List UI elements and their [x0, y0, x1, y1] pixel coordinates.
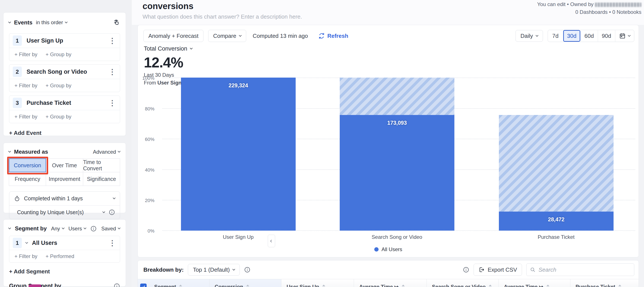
funnel-bar-user-sign-up[interactable]: 229,324 — [181, 78, 296, 231]
events-collapse-chevron-icon[interactable] — [8, 21, 11, 23]
range-30d[interactable]: 30d — [563, 30, 580, 42]
sort-icon[interactable] — [618, 284, 621, 287]
event-menu-kebab-icon[interactable]: ⋮ — [109, 99, 116, 107]
table-search-box[interactable] — [526, 263, 634, 276]
group-by-link[interactable]: + Group by — [46, 52, 71, 58]
info-icon[interactable] — [90, 225, 97, 232]
info-icon[interactable] — [114, 283, 120, 287]
interval-dropdown[interactable]: Daily — [516, 30, 543, 42]
counting-by-dropdown[interactable]: Counting by Unique User(s) — [9, 205, 120, 219]
date-picker-button[interactable] — [615, 30, 634, 42]
interactive-demo-pointer-icon[interactable] — [112, 18, 120, 27]
bar-value-label: 28,472 — [499, 216, 614, 223]
anomaly-forecast-button[interactable]: Anomaly + Forecast — [144, 30, 204, 42]
filter-by-link[interactable]: + Filter by — [14, 83, 37, 89]
segment-expand-chevron-icon[interactable] — [25, 241, 28, 244]
column-header-search-song-or-video[interactable]: Search Song or Video — [427, 279, 499, 287]
y-tick: 80% — [135, 106, 154, 112]
group-by-link[interactable]: + Group by — [46, 83, 71, 89]
event-order-dropdown[interactable]: in this order — [36, 20, 67, 26]
range-60d[interactable]: 60d — [580, 30, 598, 42]
chevron-down-icon — [113, 196, 116, 199]
filter-by-link[interactable]: + Filter by — [14, 253, 37, 259]
page-title[interactable]: conversions — [142, 1, 194, 11]
info-icon[interactable] — [244, 266, 250, 273]
measured-collapse-chevron-icon[interactable] — [8, 150, 11, 153]
event-name[interactable]: User Sign Up — [26, 37, 109, 44]
column-header-conversion[interactable]: Conversion — [210, 279, 282, 287]
event-item: 2 Search Song or Video ⋮ + Filter by + G… — [9, 64, 120, 92]
bar-solid[interactable]: 173,093 — [340, 115, 454, 231]
select-all-checkbox[interactable] — [140, 283, 147, 287]
segment-collapse-chevron-icon[interactable] — [8, 226, 11, 229]
calendar-icon — [619, 33, 626, 39]
range-90d[interactable]: 90d — [598, 30, 615, 42]
tab-time-to-convert[interactable]: Time to Convert — [83, 158, 120, 172]
sort-icon[interactable] — [546, 284, 550, 287]
left-rail: Events in this order 1 User Sign Up ⋮ + … — [0, 0, 132, 287]
segment-any-dropdown[interactable]: Any — [51, 226, 64, 232]
tab-significance[interactable]: Significance — [83, 172, 120, 186]
info-icon[interactable] — [463, 266, 469, 273]
tab-over-time[interactable]: Over Time — [46, 158, 83, 172]
event-menu-kebab-icon[interactable]: ⋮ — [109, 68, 116, 75]
event-number-badge: 1 — [13, 36, 22, 46]
completed-within-dropdown[interactable]: Completed within 1 days — [9, 192, 120, 205]
segment-menu-kebab-icon[interactable]: ⋮ — [109, 239, 116, 246]
range-7d[interactable]: 7d — [548, 30, 563, 42]
sort-icon[interactable] — [322, 284, 325, 287]
sort-icon[interactable] — [246, 284, 249, 287]
bar-solid[interactable]: 229,324 — [181, 78, 296, 231]
funnel-bar-search-song-or-video[interactable]: 173,093 — [340, 78, 454, 231]
collapse-sidebar-button[interactable] — [268, 235, 275, 247]
sort-icon[interactable] — [489, 284, 492, 287]
info-icon[interactable] — [109, 209, 115, 215]
search-input[interactable] — [538, 266, 630, 273]
maps-to-arrow-icon: ↦ — [539, 284, 543, 287]
sort-icon[interactable] — [179, 284, 182, 287]
owner-name-redacted — [595, 3, 642, 7]
legend-item-all-users[interactable]: All Users — [374, 246, 402, 252]
add-segment-button[interactable]: + Add Segment — [9, 268, 50, 275]
segment-by-header: Segment by — [15, 225, 47, 232]
segment-saved-dropdown[interactable]: Saved — [101, 226, 120, 232]
export-csv-button[interactable]: Export CSV — [474, 264, 522, 276]
event-menu-kebab-icon[interactable]: ⋮ — [109, 37, 116, 44]
event-name[interactable]: Search Song or Video — [26, 69, 109, 75]
description-placeholder[interactable]: What question does this chart answer? En… — [142, 14, 302, 20]
tab-improvement[interactable]: Improvement — [46, 172, 83, 186]
column-header-average-time-1[interactable]: Average Time ↦ — [354, 279, 427, 287]
bar-solid[interactable]: 28,472 — [499, 212, 614, 231]
filter-by-link[interactable]: + Filter by — [14, 114, 37, 120]
breakdown-section: Breakdown by: Top 1 (Default) Export CSV — [138, 260, 639, 287]
sort-icon[interactable] — [402, 284, 405, 287]
event-item: 1 User Sign Up ⋮ + Filter by + Group by — [9, 33, 120, 61]
column-header-average-time-2[interactable]: Average Time ↦ — [499, 279, 570, 287]
filter-by-link[interactable]: + Filter by — [14, 52, 37, 58]
group-by-link[interactable]: + Group by — [46, 114, 71, 120]
column-header-purchase-ticket[interactable]: Purchase Ticket — [570, 279, 639, 287]
segment-name[interactable]: All Users — [32, 240, 109, 246]
compare-dropdown[interactable]: Compare — [208, 30, 246, 42]
performed-link[interactable]: + Performed — [46, 253, 74, 259]
legend-label: All Users — [382, 246, 402, 252]
export-icon — [478, 267, 484, 273]
column-header-user-sign-up[interactable]: User Sign Up — [282, 279, 354, 287]
breakdown-top-dropdown[interactable]: Top 1 (Default) — [188, 264, 240, 275]
segment-number-badge: 1 — [13, 238, 22, 248]
segment-users-dropdown[interactable]: Users — [68, 226, 86, 232]
events-header: Events — [14, 19, 32, 26]
segment-by-panel: Segment by Any Users Saved 1 All Users ⋮… — [3, 219, 126, 286]
breakdown-table-header: Segment Conversion User Sign Up Average … — [138, 279, 639, 287]
event-name[interactable]: Purchase Ticket — [26, 100, 109, 106]
main-area: conversions What question does this char… — [132, 0, 644, 287]
metric-dropdown[interactable]: Total Conversion — [144, 45, 291, 52]
column-header-segment[interactable]: Segment — [149, 279, 210, 287]
event-item: 3 Purchase Ticket ⋮ + Filter by + Group … — [9, 96, 120, 123]
funnel-bar-purchase-ticket[interactable]: 28,472 — [499, 115, 614, 231]
advanced-dropdown[interactable]: Advanced — [93, 149, 120, 155]
tab-conversion[interactable]: Conversion — [9, 158, 46, 172]
tab-frequency[interactable]: Frequency — [9, 172, 46, 186]
add-event-button[interactable]: + Add Event — [9, 130, 42, 136]
refresh-button[interactable]: Refresh — [318, 33, 348, 39]
